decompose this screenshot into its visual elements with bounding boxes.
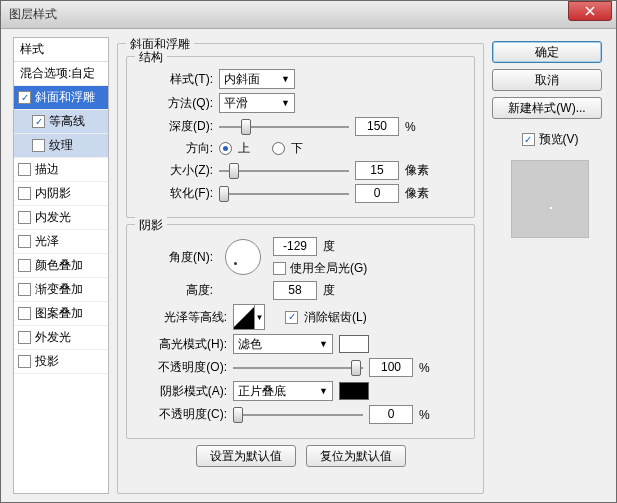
- structure-group: 结构 样式(T): 内斜面▼ 方法(Q): 平滑▼ 深度(D): 150 %: [126, 56, 475, 218]
- gloss-contour-picker[interactable]: ▼: [233, 304, 265, 330]
- ok-button[interactable]: 确定: [492, 41, 602, 63]
- fx-checkbox[interactable]: [18, 259, 31, 272]
- fx-checkbox[interactable]: [32, 139, 45, 152]
- deg-unit: 度: [323, 282, 335, 299]
- shading-legend: 阴影: [135, 217, 167, 234]
- style-label: 样式(T):: [137, 71, 213, 88]
- highlight-color-swatch[interactable]: [339, 335, 369, 353]
- styles-list: 样式 混合选项:自定 斜面和浮雕等高线纹理描边内阴影内发光光泽颜色叠加渐变叠加图…: [13, 37, 109, 494]
- up-label: 上: [238, 140, 250, 157]
- preview-thumbnail: [511, 160, 589, 238]
- angle-picker[interactable]: [225, 239, 261, 275]
- make-default-button[interactable]: 设置为默认值: [196, 445, 296, 467]
- close-icon: [585, 6, 595, 16]
- fx-item[interactable]: 投影: [14, 350, 108, 374]
- action-panel: 确定 取消 新建样式(W)... 预览(V): [492, 37, 608, 494]
- chevron-down-icon: ▼: [319, 386, 328, 396]
- antialias-label: 消除锯齿(L): [304, 309, 367, 326]
- highlight-opacity-input[interactable]: 100: [369, 358, 413, 377]
- highlight-opacity-slider[interactable]: [233, 359, 363, 377]
- fx-item[interactable]: 内阴影: [14, 182, 108, 206]
- highlight-mode-label: 高光模式(H):: [137, 336, 227, 353]
- preview-label: 预览(V): [539, 131, 579, 148]
- reset-default-button[interactable]: 复位为默认值: [306, 445, 406, 467]
- deg-unit: 度: [323, 238, 335, 255]
- fx-item[interactable]: 渐变叠加: [14, 278, 108, 302]
- size-label: 大小(Z):: [137, 162, 213, 179]
- soften-slider[interactable]: [219, 185, 349, 203]
- size-input[interactable]: 15: [355, 161, 399, 180]
- fx-item[interactable]: 外发光: [14, 326, 108, 350]
- fx-checkbox[interactable]: [32, 115, 45, 128]
- fx-label: 颜色叠加: [35, 257, 83, 274]
- shadow-mode-label: 阴影模式(A):: [137, 383, 227, 400]
- soften-input[interactable]: 0: [355, 184, 399, 203]
- preview-checkbox[interactable]: [522, 133, 535, 146]
- direction-down-radio[interactable]: [272, 142, 285, 155]
- angle-input[interactable]: -129: [273, 237, 317, 256]
- depth-input[interactable]: 150: [355, 117, 399, 136]
- fx-checkbox[interactable]: [18, 331, 31, 344]
- highlight-opacity-label: 不透明度(O):: [137, 359, 227, 376]
- down-label: 下: [291, 140, 303, 157]
- fx-item[interactable]: 颜色叠加: [14, 254, 108, 278]
- px-unit: 像素: [405, 162, 435, 179]
- blend-options-item[interactable]: 混合选项:自定: [14, 62, 108, 86]
- angle-label: 角度(N):: [137, 249, 213, 266]
- shadow-opacity-slider[interactable]: [233, 406, 363, 424]
- fx-checkbox[interactable]: [18, 307, 31, 320]
- fx-item[interactable]: 光泽: [14, 230, 108, 254]
- fx-checkbox[interactable]: [18, 283, 31, 296]
- style-select[interactable]: 内斜面▼: [219, 69, 295, 89]
- close-button[interactable]: [568, 1, 612, 21]
- fx-label: 内发光: [35, 209, 71, 226]
- antialias-checkbox[interactable]: [285, 311, 298, 324]
- technique-select[interactable]: 平滑▼: [219, 93, 295, 113]
- cancel-button[interactable]: 取消: [492, 69, 602, 91]
- window-title: 图层样式: [5, 6, 568, 23]
- fx-label: 光泽: [35, 233, 59, 250]
- fx-item[interactable]: 描边: [14, 158, 108, 182]
- chevron-down-icon: ▼: [281, 74, 290, 84]
- chevron-down-icon: ▼: [319, 339, 328, 349]
- fx-label: 斜面和浮雕: [35, 89, 95, 106]
- fx-label: 图案叠加: [35, 305, 83, 322]
- highlight-mode-select[interactable]: 滤色▼: [233, 334, 333, 354]
- fx-checkbox[interactable]: [18, 91, 31, 104]
- fx-item[interactable]: 内发光: [14, 206, 108, 230]
- fx-checkbox[interactable]: [18, 187, 31, 200]
- new-style-button[interactable]: 新建样式(W)...: [492, 97, 602, 119]
- direction-up-radio[interactable]: [219, 142, 232, 155]
- shadow-opacity-label: 不透明度(C):: [137, 406, 227, 423]
- shadow-mode-select[interactable]: 正片叠底▼: [233, 381, 333, 401]
- fx-checkbox[interactable]: [18, 211, 31, 224]
- px-unit: 像素: [405, 185, 435, 202]
- bevel-group: 斜面和浮雕 结构 样式(T): 内斜面▼ 方法(Q): 平滑▼ 深度(D):: [117, 43, 484, 494]
- fx-label: 描边: [35, 161, 59, 178]
- shadow-color-swatch[interactable]: [339, 382, 369, 400]
- chevron-down-icon: ▼: [281, 98, 290, 108]
- fx-label: 等高线: [49, 113, 85, 130]
- fx-label: 投影: [35, 353, 59, 370]
- fx-checkbox[interactable]: [18, 163, 31, 176]
- global-light-label: 使用全局光(G): [290, 260, 367, 277]
- fx-label: 纹理: [49, 137, 73, 154]
- altitude-input[interactable]: 58: [273, 281, 317, 300]
- altitude-label: 高度:: [137, 282, 213, 299]
- titlebar[interactable]: 图层样式: [1, 1, 616, 29]
- depth-slider[interactable]: [219, 118, 349, 136]
- structure-legend: 结构: [135, 49, 167, 66]
- shadow-opacity-input[interactable]: 0: [369, 405, 413, 424]
- fx-item[interactable]: 等高线: [14, 110, 108, 134]
- styles-header: 样式: [14, 38, 108, 62]
- settings-panel: 斜面和浮雕 结构 样式(T): 内斜面▼ 方法(Q): 平滑▼ 深度(D):: [117, 37, 484, 494]
- percent-unit: %: [419, 361, 449, 375]
- fx-item[interactable]: 图案叠加: [14, 302, 108, 326]
- global-light-checkbox[interactable]: [273, 262, 286, 275]
- fx-item[interactable]: 纹理: [14, 134, 108, 158]
- fx-checkbox[interactable]: [18, 235, 31, 248]
- fx-label: 内阴影: [35, 185, 71, 202]
- fx-item[interactable]: 斜面和浮雕: [14, 86, 108, 110]
- size-slider[interactable]: [219, 162, 349, 180]
- fx-checkbox[interactable]: [18, 355, 31, 368]
